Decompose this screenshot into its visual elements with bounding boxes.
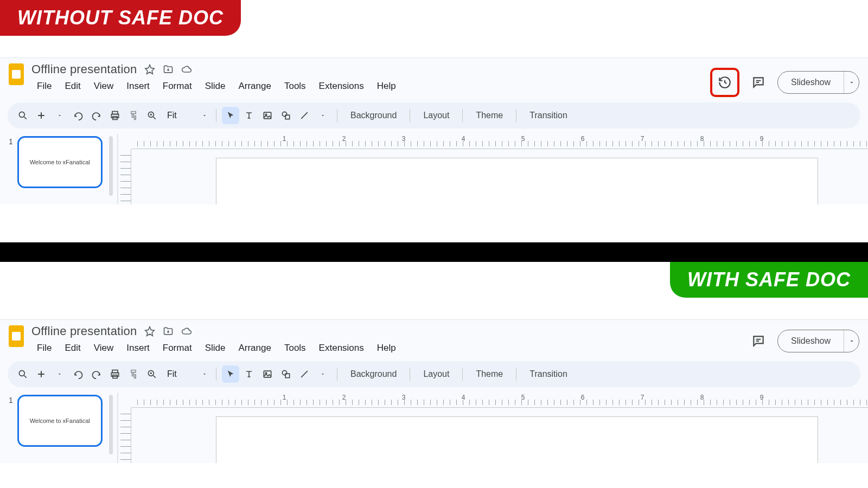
slide-canvas[interactable] (216, 158, 818, 204)
menu-insert[interactable]: Insert (121, 341, 155, 356)
theme-button[interactable]: Theme (468, 369, 510, 379)
slides-logo-icon (7, 62, 26, 86)
new-slide-button[interactable] (33, 365, 50, 383)
svg-rect-12 (12, 332, 21, 341)
textbox-tool[interactable] (240, 365, 258, 383)
line-tool-dropdown[interactable] (314, 365, 331, 383)
star-icon[interactable] (144, 326, 155, 337)
menu-file[interactable]: File (31, 79, 57, 94)
zoom-label: Fit (167, 111, 177, 120)
paint-format-button[interactable] (125, 365, 142, 383)
section-divider (0, 242, 868, 262)
image-tool[interactable] (259, 107, 276, 124)
menu-format[interactable]: Format (157, 79, 197, 94)
undo-button[interactable] (69, 107, 87, 124)
menubar: File Edit View Insert Format Slide Arran… (31, 341, 744, 356)
menu-slide[interactable]: Slide (200, 79, 231, 94)
svg-point-2 (19, 112, 24, 117)
background-button[interactable]: Background (343, 111, 404, 120)
transition-button[interactable]: Transition (522, 111, 575, 120)
svg-point-20 (282, 370, 286, 375)
zoom-tool-icon[interactable] (143, 365, 161, 383)
menu-insert[interactable]: Insert (121, 79, 155, 94)
line-tool[interactable] (296, 365, 313, 383)
new-slide-dropdown[interactable] (51, 365, 68, 383)
slide-thumbnail[interactable]: Welcome to xFanatical (17, 395, 103, 447)
layout-button[interactable]: Layout (416, 111, 457, 120)
menubar: File Edit View Insert Format Slide Arran… (31, 79, 705, 94)
slide-canvas[interactable] (216, 416, 818, 463)
redo-button[interactable] (88, 365, 105, 383)
menu-arrange[interactable]: Arrange (233, 341, 276, 356)
slide-thumbnail[interactable]: Welcome to xFanatical (17, 136, 103, 188)
menu-view[interactable]: View (88, 341, 119, 356)
menu-slide[interactable]: Slide (200, 341, 231, 356)
select-tool[interactable] (222, 107, 239, 124)
theme-button[interactable]: Theme (468, 111, 510, 120)
menu-tools[interactable]: Tools (279, 79, 311, 94)
zoom-tool-icon[interactable] (143, 107, 161, 124)
slideshow-button-group: Slideshow (777, 330, 859, 352)
menu-edit[interactable]: Edit (59, 79, 86, 94)
move-folder-icon[interactable] (163, 326, 174, 337)
line-tool[interactable] (296, 107, 313, 124)
cloud-status-icon[interactable] (181, 326, 192, 337)
layout-button[interactable]: Layout (416, 369, 457, 379)
print-button[interactable] (106, 107, 124, 124)
slideshow-button[interactable]: Slideshow (778, 72, 844, 93)
select-tool[interactable] (222, 365, 239, 383)
background-button[interactable]: Background (343, 369, 404, 379)
line-tool-dropdown[interactable] (314, 107, 331, 124)
comment-history-button[interactable] (749, 73, 768, 92)
slide-number: 1 (9, 395, 13, 463)
new-slide-dropdown[interactable] (51, 107, 68, 124)
svg-rect-18 (264, 371, 271, 377)
zoom-dropdown[interactable]: Fit (162, 365, 210, 383)
menu-tools[interactable]: Tools (279, 341, 311, 356)
redo-button[interactable] (88, 107, 105, 124)
zoom-label: Fit (167, 369, 177, 379)
paint-format-button[interactable] (125, 107, 142, 124)
menu-file[interactable]: File (31, 341, 57, 356)
badge-without-safe-doc: WITHOUT SAFE DOC (0, 0, 241, 36)
menu-extensions[interactable]: Extensions (314, 79, 369, 94)
doc-title[interactable]: Offline presentation (31, 324, 137, 338)
slide-thumbnail-title: Welcome to xFanatical (30, 418, 90, 424)
horizontal-ruler: 1 2 3 4 5 6 7 8 9 (131, 134, 868, 149)
zoom-dropdown[interactable]: Fit (162, 107, 210, 124)
badge-with-safe-doc: WITH SAFE DOC (670, 262, 868, 298)
menu-arrange[interactable]: Arrange (233, 79, 276, 94)
slideshow-dropdown[interactable] (844, 330, 859, 352)
menu-format[interactable]: Format (157, 341, 197, 356)
search-menus-icon[interactable] (14, 365, 31, 383)
version-history-highlight (710, 68, 739, 97)
comment-history-button[interactable] (749, 332, 768, 350)
shape-tool[interactable] (277, 107, 295, 124)
textbox-tool[interactable] (240, 107, 258, 124)
star-icon[interactable] (144, 64, 155, 75)
filmstrip-scrollbar[interactable] (109, 136, 113, 196)
slide-number: 1 (9, 136, 13, 204)
undo-button[interactable] (69, 365, 87, 383)
shape-tool[interactable] (277, 365, 295, 383)
cloud-status-icon[interactable] (181, 64, 192, 75)
menu-help[interactable]: Help (372, 341, 401, 356)
filmstrip-scrollbar[interactable] (109, 395, 113, 454)
menu-view[interactable]: View (88, 79, 119, 94)
search-menus-icon[interactable] (14, 107, 31, 124)
image-tool[interactable] (259, 365, 276, 383)
menu-edit[interactable]: Edit (59, 341, 86, 356)
menu-help[interactable]: Help (372, 79, 401, 94)
new-slide-button[interactable] (33, 107, 50, 124)
doc-title[interactable]: Offline presentation (31, 62, 137, 76)
print-button[interactable] (106, 365, 124, 383)
move-folder-icon[interactable] (163, 64, 174, 75)
version-history-button[interactable] (716, 73, 734, 92)
menu-extensions[interactable]: Extensions (314, 341, 369, 356)
slideshow-dropdown[interactable] (844, 72, 859, 93)
vertical-ruler (120, 149, 131, 204)
transition-button[interactable]: Transition (522, 369, 575, 379)
slideshow-button[interactable]: Slideshow (778, 330, 844, 352)
svg-point-9 (282, 112, 286, 116)
slides-app-with-safe-doc: Offline presentation File Edit View Inse… (0, 319, 868, 463)
